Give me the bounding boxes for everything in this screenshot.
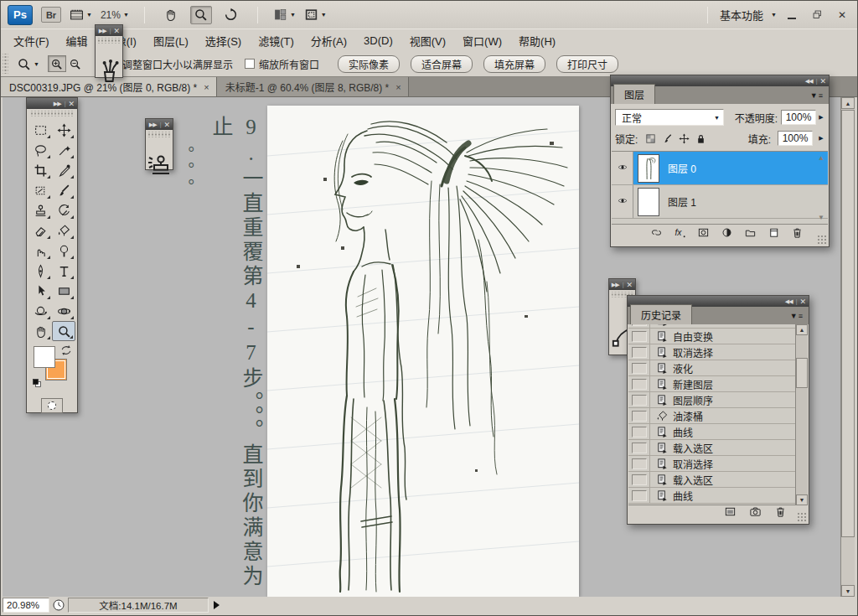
history-state-row[interactable]: 曲线	[628, 488, 797, 504]
menu-item[interactable]: 图层(L)	[146, 29, 196, 52]
menu-item[interactable]: 选择(S)	[198, 29, 249, 52]
layer-thumbnail[interactable]	[638, 188, 659, 216]
brush-tool[interactable]	[52, 180, 75, 200]
zoom-tool[interactable]	[52, 321, 75, 341]
photoshop-logo[interactable]: Ps	[8, 5, 33, 25]
close-panel-icon[interactable]: ✕	[799, 298, 806, 306]
history-state-row[interactable]: 载入选区	[628, 472, 797, 488]
layer-mask-icon[interactable]	[696, 226, 711, 239]
history-source-cell[interactable]	[628, 472, 650, 487]
opacity-value[interactable]: 100%	[781, 110, 816, 125]
history-state-row[interactable]: 曲线	[628, 424, 797, 440]
layer-row[interactable]: 图层 1	[612, 185, 828, 219]
history-source-checkbox[interactable]	[632, 443, 647, 453]
status-flyout-arrow[interactable]	[214, 601, 220, 609]
history-source-cell[interactable]	[628, 360, 650, 375]
history-source-cell[interactable]	[628, 408, 650, 423]
options-grip[interactable]	[3, 54, 8, 74]
status-doc-info[interactable]: 文档:14.1M/16.7M	[68, 598, 209, 613]
zoom-out-mode-button[interactable]	[66, 55, 85, 72]
hand-tool[interactable]	[28, 321, 52, 341]
tool-preset-picker[interactable]: ▼	[17, 57, 39, 71]
history-state-row[interactable]: 自由变换	[628, 329, 797, 344]
blend-mode-select[interactable]: 正常▼	[615, 109, 724, 126]
close-panel-icon[interactable]: ✕	[626, 281, 633, 289]
zoom-level-control[interactable]: 21%▼	[101, 9, 129, 21]
zoom-in-mode-button[interactable]	[48, 55, 66, 72]
history-state-row[interactable]: 图层顺序	[628, 392, 797, 408]
history-source-cell[interactable]	[628, 376, 650, 391]
workspace-switcher[interactable]: 基本功能▼	[720, 7, 777, 23]
type-tool[interactable]	[52, 261, 75, 281]
history-source-checkbox[interactable]	[632, 411, 647, 422]
expand-panel-icon[interactable]: ▶▶	[99, 28, 106, 34]
new-layer-icon[interactable]	[767, 226, 781, 239]
launch-bridge-button[interactable]: Br	[41, 7, 61, 23]
layer-row[interactable]: 图层 0	[612, 152, 828, 185]
history-source-cell[interactable]	[628, 392, 650, 407]
scroll-up-button[interactable]: ▲	[841, 97, 855, 109]
layer-thumbnail[interactable]	[638, 154, 659, 183]
minimize-button[interactable]	[782, 8, 802, 23]
history-state-row[interactable]: 液化	[628, 360, 797, 376]
history-source-checkbox[interactable]	[632, 363, 647, 374]
vertical-scroll-thumb[interactable]	[841, 110, 855, 537]
crop-tool[interactable]	[28, 160, 52, 180]
history-source-checkbox[interactable]	[632, 331, 647, 342]
pen-tool[interactable]	[28, 261, 52, 281]
status-zoom-field[interactable]: 20.98%	[3, 598, 49, 613]
dodge-tool[interactable]	[52, 241, 75, 261]
panel-grip[interactable]	[98, 38, 120, 44]
default-colors-icon[interactable]	[32, 378, 42, 388]
panel-grip[interactable]	[29, 111, 75, 116]
layer-visibility-toggle[interactable]	[612, 185, 633, 218]
menu-item[interactable]: 滤镜(T)	[251, 29, 302, 52]
tab-layers[interactable]: 图层	[613, 84, 655, 104]
swap-colors-icon[interactable]	[60, 344, 72, 356]
document-image[interactable]	[267, 106, 579, 597]
menu-item[interactable]: 文件(F)	[6, 29, 57, 52]
panel-menu-icon[interactable]: ▼≡	[790, 312, 804, 320]
path-selection-tool[interactable]	[28, 281, 52, 301]
screen-mode-button[interactable]: ▼	[304, 8, 327, 22]
history-scroll-thumb[interactable]	[796, 358, 808, 388]
expand-panel-icon[interactable]: ▶▶	[612, 282, 619, 288]
view-extras-button[interactable]: ▼	[70, 8, 92, 22]
move-tool[interactable]	[52, 120, 75, 140]
brush-cup-icon[interactable]	[96, 88, 122, 100]
tab-close-icon[interactable]: ×	[395, 82, 401, 92]
history-state-row[interactable]: 取消选择	[628, 456, 797, 472]
history-state-row[interactable]: 新建图层	[628, 376, 797, 392]
layer-body[interactable]: 图层 1	[633, 185, 828, 218]
link-layers-icon[interactable]	[649, 226, 664, 239]
paint-bucket-tool[interactable]	[52, 220, 75, 241]
magic-wand-tool[interactable]	[52, 140, 75, 160]
history-scrollbar[interactable]: ▲ ▼	[795, 324, 808, 505]
history-source-checkbox[interactable]	[632, 474, 647, 485]
actual-pixels-button[interactable]: 实际像素	[338, 55, 400, 73]
history-source-cell[interactable]	[628, 488, 650, 503]
lock-pixels-icon[interactable]	[661, 132, 674, 145]
history-state-row[interactable]: 取消选择	[628, 344, 797, 360]
close-panel-icon[interactable]: ✕	[68, 100, 75, 108]
tab-close-icon[interactable]: ×	[204, 82, 209, 92]
opacity-slider-button[interactable]: ▶	[816, 110, 826, 125]
eraser-tool[interactable]	[28, 220, 52, 241]
clone-stamp-tool[interactable]	[28, 200, 52, 220]
fit-screen-button[interactable]: 适合屏幕	[411, 55, 473, 73]
arrange-documents-button[interactable]: ▼	[273, 8, 296, 22]
lock-transparency-icon[interactable]	[644, 132, 657, 145]
history-source-cell[interactable]	[628, 329, 650, 344]
menu-item[interactable]: 视图(V)	[402, 29, 453, 52]
mini-panel-header[interactable]: ▶▶|✕	[609, 279, 635, 290]
history-source-checkbox[interactable]	[632, 379, 647, 390]
document-tab[interactable]: 未标题-1 @ 60.4% (图层 8, RGB/8) *×	[217, 77, 409, 96]
history-source-checkbox[interactable]	[632, 395, 647, 406]
layer-visibility-toggle[interactable]	[612, 152, 633, 184]
menu-item[interactable]: 帮助(H)	[511, 29, 563, 52]
new-snapshot-icon[interactable]	[748, 505, 762, 518]
mini-panel-header[interactable]: ▶▶|✕	[146, 119, 173, 130]
tab-history[interactable]: 历史记录	[630, 304, 692, 324]
quick-mask-button[interactable]	[41, 398, 63, 413]
fill-screen-button[interactable]: 填充屏幕	[483, 55, 545, 73]
